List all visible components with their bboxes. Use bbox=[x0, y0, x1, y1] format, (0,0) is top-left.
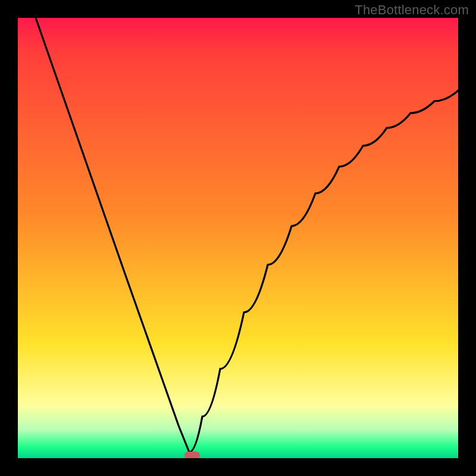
plot-area bbox=[18, 18, 458, 458]
chart-frame: TheBottleneck.com bbox=[0, 0, 476, 476]
chart-svg bbox=[18, 18, 458, 458]
watermark-text: TheBottleneck.com bbox=[355, 2, 469, 18]
gradient-background bbox=[18, 18, 458, 458]
minimum-marker bbox=[184, 452, 200, 458]
